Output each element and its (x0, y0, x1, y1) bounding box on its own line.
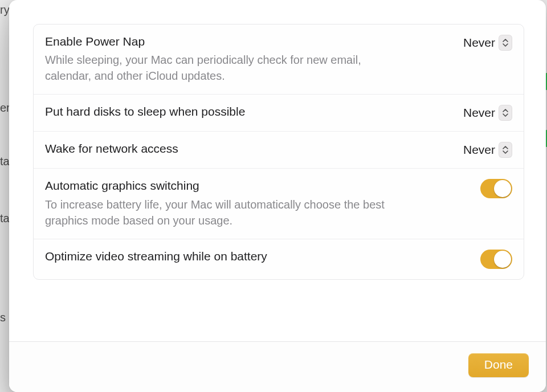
chevron-up-down-icon (499, 105, 512, 121)
setting-title: Enable Power Nap (45, 34, 452, 50)
wake-network-popup[interactable]: Never (463, 142, 512, 158)
setting-title: Wake for network access (45, 141, 452, 157)
setting-title: Put hard disks to sleep when possible (45, 104, 452, 120)
settings-sheet: Enable Power Nap While sleeping, your Ma… (9, 0, 546, 392)
done-button[interactable]: Done (468, 353, 529, 377)
setting-description: To increase battery life, your Mac will … (45, 197, 398, 228)
setting-description: While sleeping, your Mac can periodicall… (45, 52, 398, 84)
chevron-up-down-icon (499, 142, 512, 158)
setting-title: Automatic graphics switching (45, 178, 469, 194)
settings-panel: Enable Power Nap While sleeping, your Ma… (33, 24, 524, 280)
chevron-up-down-icon (499, 35, 512, 51)
setting-row-hard-disks-sleep: Put hard disks to sleep when possible Ne… (34, 95, 524, 132)
setting-row-wake-network: Wake for network access Never (34, 132, 524, 169)
popup-value: Never (463, 106, 495, 120)
bg-frag: ry (0, 3, 10, 17)
optimize-video-toggle[interactable] (480, 250, 512, 269)
toggle-knob (494, 180, 511, 197)
popup-value: Never (463, 36, 495, 50)
hard-disks-sleep-popup[interactable]: Never (463, 105, 512, 121)
bg-frag: ta (0, 155, 10, 168)
setting-title: Optimize video streaming while on batter… (45, 248, 469, 264)
popup-value: Never (463, 143, 495, 157)
bg-frag: s (0, 311, 6, 324)
toggle-knob (494, 251, 511, 268)
setting-row-optimize-video: Optimize video streaming while on batter… (34, 239, 524, 279)
setting-row-power-nap: Enable Power Nap While sleeping, your Ma… (34, 24, 524, 95)
sheet-body: Enable Power Nap While sleeping, your Ma… (9, 0, 546, 341)
sheet-footer: Done (9, 341, 546, 392)
graphics-switching-toggle[interactable] (480, 179, 512, 198)
bg-frag: ta (0, 212, 10, 225)
power-nap-popup[interactable]: Never (463, 35, 512, 51)
setting-row-graphics-switching: Automatic graphics switching To increase… (34, 169, 524, 239)
